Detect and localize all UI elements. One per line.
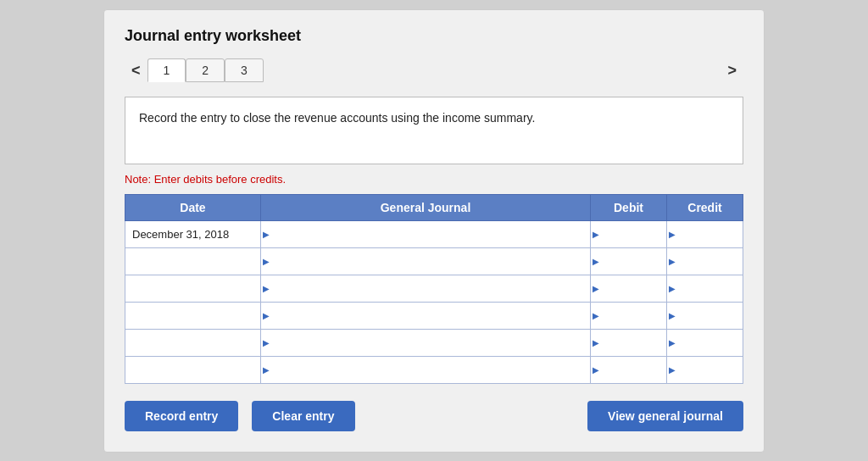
table-row xyxy=(125,275,743,302)
journal-cell-3[interactable] xyxy=(261,275,591,302)
journal-cell-2[interactable] xyxy=(261,247,591,275)
debit-input-2[interactable] xyxy=(598,255,659,268)
table-row xyxy=(125,247,743,275)
journal-input-5[interactable] xyxy=(273,336,583,349)
instruction-box: Record the entry to close the revenue ac… xyxy=(125,97,743,164)
date-cell-6 xyxy=(125,356,261,383)
note-text: Note: Enter debits before credits. xyxy=(125,173,743,186)
journal-input-4[interactable] xyxy=(273,309,583,322)
journal-input-3[interactable] xyxy=(273,282,583,295)
debit-cell-3[interactable] xyxy=(591,275,667,302)
debit-cell-2[interactable] xyxy=(591,247,667,275)
tab-2[interactable]: 2 xyxy=(186,58,225,82)
date-cell-1: December 31, 2018 xyxy=(125,220,261,247)
credit-input-3[interactable] xyxy=(674,282,736,295)
view-general-journal-button[interactable]: View general journal xyxy=(587,401,743,431)
col-header-general-journal: General Journal xyxy=(261,194,591,220)
col-header-debit: Debit xyxy=(591,194,667,220)
worksheet-title: Journal entry worksheet xyxy=(125,27,743,45)
col-header-credit: Credit xyxy=(667,194,743,220)
credit-input-1[interactable] xyxy=(674,228,736,241)
journal-table: Date General Journal Debit Credit Decemb… xyxy=(125,194,743,384)
date-cell-3 xyxy=(125,275,261,302)
tab-3[interactable]: 3 xyxy=(225,58,264,82)
worksheet-container: Journal entry worksheet < 1 2 3 > Record… xyxy=(103,9,765,453)
credit-cell-5[interactable] xyxy=(667,329,743,356)
debit-input-3[interactable] xyxy=(598,282,659,295)
credit-input-2[interactable] xyxy=(674,255,736,268)
journal-cell-1[interactable] xyxy=(261,220,591,247)
table-row xyxy=(125,302,743,329)
debit-input-6[interactable] xyxy=(598,364,659,376)
journal-input-1[interactable] xyxy=(273,228,583,241)
debit-input-4[interactable] xyxy=(598,309,659,322)
credit-cell-4[interactable] xyxy=(667,302,743,329)
next-nav-button[interactable]: > xyxy=(721,58,743,83)
journal-input-6[interactable] xyxy=(273,364,583,376)
debit-cell-1[interactable] xyxy=(591,220,667,247)
journal-cell-6[interactable] xyxy=(261,356,591,383)
credit-cell-3[interactable] xyxy=(667,275,743,302)
clear-entry-button[interactable]: Clear entry xyxy=(252,401,354,431)
credit-cell-2[interactable] xyxy=(667,247,743,275)
instruction-text: Record the entry to close the revenue ac… xyxy=(139,111,535,125)
table-row: December 31, 2018 xyxy=(125,220,743,247)
record-entry-button[interactable]: Record entry xyxy=(125,401,238,431)
date-cell-2 xyxy=(125,247,261,275)
credit-cell-6[interactable] xyxy=(667,356,743,383)
credit-cell-1[interactable] xyxy=(667,220,743,247)
col-header-date: Date xyxy=(125,194,261,220)
debit-input-5[interactable] xyxy=(598,336,659,349)
credit-input-5[interactable] xyxy=(674,336,736,349)
debit-cell-4[interactable] xyxy=(591,302,667,329)
date-cell-5 xyxy=(125,329,261,356)
tab-bar: < 1 2 3 > xyxy=(125,58,743,83)
debit-cell-5[interactable] xyxy=(591,329,667,356)
tabs: 1 2 3 xyxy=(147,58,264,82)
debit-input-1[interactable] xyxy=(598,228,659,241)
table-row xyxy=(125,329,743,356)
tab-1[interactable]: 1 xyxy=(147,58,186,82)
credit-input-6[interactable] xyxy=(674,364,736,376)
journal-cell-5[interactable] xyxy=(261,329,591,356)
journal-input-2[interactable] xyxy=(273,255,583,268)
date-cell-4 xyxy=(125,302,261,329)
prev-nav-button[interactable]: < xyxy=(125,58,147,83)
table-row xyxy=(125,356,743,383)
credit-input-4[interactable] xyxy=(674,309,736,322)
debit-cell-6[interactable] xyxy=(591,356,667,383)
action-buttons: Record entry Clear entry View general jo… xyxy=(125,401,743,431)
journal-cell-4[interactable] xyxy=(261,302,591,329)
